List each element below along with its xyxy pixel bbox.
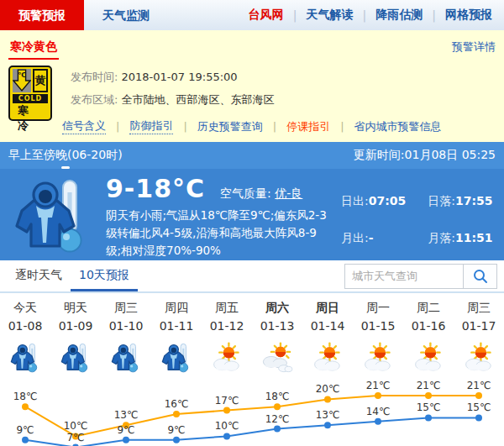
weather-icon: [454, 339, 504, 375]
svg-text:15℃: 15℃: [467, 401, 491, 413]
top-nav: 预警预报 天气监测 台风网 | 天气解读 | 降雨估测 | 网格预报: [0, 0, 504, 30]
air-quality-value-link[interactable]: 优-良: [275, 186, 302, 200]
svg-text:14℃: 14℃: [366, 406, 391, 417]
svg-text:12℃: 12℃: [265, 413, 290, 425]
day-name: 周六: [252, 293, 302, 319]
day-name: 周一: [353, 293, 403, 319]
weather-icon: [50, 339, 101, 375]
nav-tab-warning-forecast[interactable]: 预警预报: [0, 0, 84, 30]
day-name: 周三: [454, 293, 504, 319]
temperature-range: 9-18°C: [106, 174, 205, 203]
tab-10day-forecast[interactable]: 10天预报: [71, 260, 138, 291]
nav-tab-weather-monitor[interactable]: 天气监测: [84, 0, 168, 30]
link-history-warning-query[interactable]: 历史预警查询: [197, 119, 263, 134]
svg-text:18℃: 18℃: [13, 391, 38, 402]
svg-text:21℃: 21℃: [467, 380, 491, 391]
current-weather-main: 9-18°C 空气质量: 优-良 阴天有小雨;气温从18℃降至9℃;偏东风2-3…: [0, 169, 504, 260]
day-date: 01-15: [353, 319, 403, 339]
city-search-box: [344, 264, 497, 289]
svg-text:10℃: 10℃: [215, 420, 239, 432]
link-class-suspension-guide[interactable]: 停课指引: [286, 119, 330, 134]
search-button[interactable]: [463, 265, 496, 288]
cold-weather-icon: [12, 176, 92, 256]
cold-warning-sign-icon: ℃ 黄 COLD 寒冷: [8, 66, 52, 121]
air-quality: 空气质量: 优-良: [220, 186, 302, 202]
publish-time-label: 发布时间:: [71, 71, 118, 83]
day-name: 周五: [202, 293, 252, 319]
warning-panel: 寒冷黄色 预警详情 ℃ 黄 COLD 寒冷: [0, 30, 504, 142]
nav-link-typhoon[interactable]: 台风网: [239, 8, 293, 23]
sunrise: 日出:07:05: [341, 194, 406, 223]
current-weather-header: 早上至傍晚(06-20时) 更新时间:01月08日 05:25: [0, 142, 504, 169]
weather-page: 预警预报 天气监测 台风网 | 天气解读 | 降雨估测 | 网格预报 寒冷黄色 …: [0, 0, 504, 446]
day-name: 周三: [101, 293, 151, 319]
svg-text:16℃: 16℃: [165, 398, 189, 410]
temperature-chart: 18℃10℃13℃16℃17℃18℃20℃21℃21℃21℃9℃7℃9℃9℃10…: [0, 375, 504, 446]
svg-text:7℃: 7℃: [66, 432, 84, 443]
weather-icon: [353, 339, 403, 375]
update-time: 更新时间:01月08日 05:25: [354, 148, 496, 163]
weather-icon: [252, 339, 302, 375]
moonrise: 月出:-: [341, 231, 406, 260]
warning-code-label: COLD: [13, 94, 48, 103]
nav-link-rain-estimate[interactable]: 降雨估测: [366, 8, 432, 23]
day-date: 01-09: [50, 319, 101, 339]
publish-area-row: 发布区域: 全市陆地、西部海区、东部海区: [71, 92, 275, 108]
publish-time-row: 发布时间: 2018-01-07 19:55:00: [71, 70, 275, 85]
svg-text:20℃: 20℃: [316, 383, 340, 395]
svg-text:13℃: 13℃: [316, 409, 340, 421]
moonset: 月落:11:51: [428, 231, 492, 260]
day-name: 周日: [302, 293, 353, 319]
day-name: 今天: [0, 293, 50, 319]
link-defense-guide[interactable]: 防御指引: [129, 118, 173, 134]
tab-hourly-weather[interactable]: 逐时天气: [7, 260, 71, 291]
publish-area-label: 发布区域:: [71, 93, 118, 106]
weather-icon: [302, 339, 353, 375]
ten-day-table: 今天 明天 周三 周四 周五 周六 周日 周一 周二 周三 01-08 01-0…: [0, 293, 504, 375]
forecast-tabs-row: 逐时天气 10天预报: [0, 260, 504, 293]
day-name: 明天: [50, 293, 101, 319]
day-date: 01-14: [302, 319, 353, 339]
city-search-input[interactable]: [345, 265, 463, 288]
publish-time-value: 2018-01-07 19:55:00: [122, 71, 238, 83]
svg-text:9℃: 9℃: [167, 424, 185, 436]
day-date: 01-12: [202, 319, 252, 339]
weather-icon: [0, 339, 50, 375]
current-weather-panel: 早上至傍晚(06-20时) 更新时间:01月08日 05:25 9-18°C 空…: [0, 142, 504, 260]
nav-link-weather-explain[interactable]: 天气解读: [297, 8, 363, 23]
day-date: 01-11: [151, 319, 202, 339]
link-province-city-warnings[interactable]: 省内城市预警信息: [354, 119, 442, 134]
search-icon: [472, 268, 489, 285]
warning-level-label: 黄: [33, 69, 48, 92]
weather-icon: [151, 339, 202, 375]
day-date: 01-16: [403, 319, 454, 339]
publish-area-value: 全市陆地、西部海区、东部海区: [122, 93, 275, 106]
warning-header: 寒冷黄色 预警详情: [8, 35, 496, 59]
weather-icon: [101, 339, 151, 375]
day-date: 01-17: [454, 319, 504, 339]
svg-text:13℃: 13℃: [114, 409, 139, 421]
day-name: 周四: [151, 293, 202, 319]
warning-tab-cold-yellow[interactable]: 寒冷黄色: [8, 39, 59, 55]
day-date: 01-10: [101, 319, 151, 339]
day-date: 01-13: [252, 319, 302, 339]
day-name: 周二: [403, 293, 454, 319]
svg-text:18℃: 18℃: [265, 391, 290, 402]
warning-body: ℃ 黄 COLD 寒冷 发布时间: 2018-01-07 19:55:00 发布…: [8, 66, 496, 121]
warning-details-link[interactable]: 预警详情: [452, 39, 496, 55]
sunset: 日落:17:55: [428, 194, 492, 223]
svg-text:21℃: 21℃: [417, 380, 441, 391]
warning-links: 信号含义 | 防御指引 | 历史预警查询 | 停课指引 | 省内城市预警信息: [62, 118, 442, 134]
weather-icon: [202, 339, 252, 375]
svg-text:9℃: 9℃: [16, 424, 34, 436]
warning-name-label: 寒冷: [13, 103, 48, 134]
svg-text:9℃: 9℃: [117, 424, 134, 436]
weather-icon: [403, 339, 454, 375]
nav-link-grid-forecast[interactable]: 网格预报: [436, 8, 504, 23]
day-date: 01-08: [0, 319, 50, 339]
period-tab[interactable]: 早上至傍晚(06-20时): [8, 148, 123, 163]
warning-info: 发布时间: 2018-01-07 19:55:00 发布区域: 全市陆地、西部海…: [71, 66, 275, 121]
svg-text:10℃: 10℃: [64, 420, 88, 432]
sun-moon-panel: 日出:07:05 日落:17:55 月出:- 月落:11:51: [341, 194, 493, 260]
link-signal-meaning[interactable]: 信号含义: [62, 118, 106, 134]
